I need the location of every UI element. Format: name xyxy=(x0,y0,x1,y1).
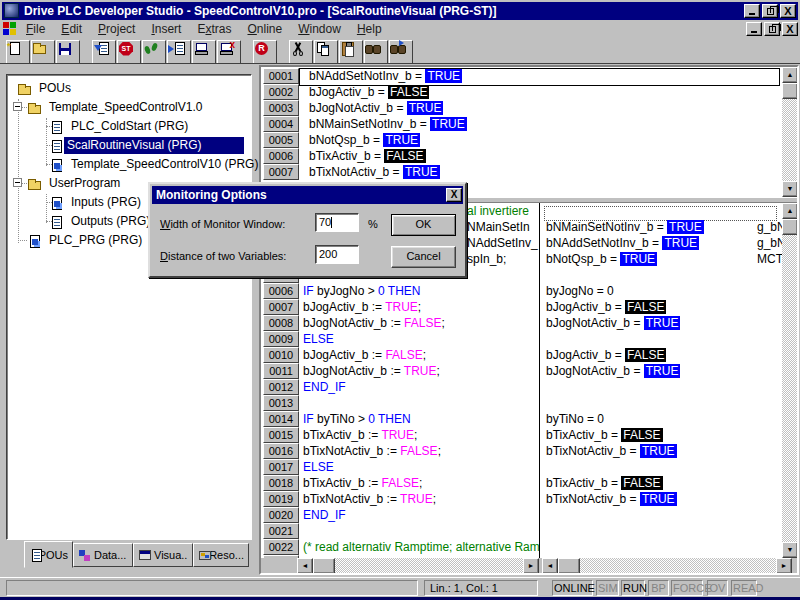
login-plc-button[interactable] xyxy=(192,40,216,64)
menu-online[interactable]: Online xyxy=(239,20,290,38)
code-line[interactable]: 0016bTixNotActiv_b := FALSE; xyxy=(261,443,539,459)
monitor-variable: bTixNotActiv_b = TRUE xyxy=(546,491,677,507)
paste-button[interactable] xyxy=(339,40,363,64)
tab-pous[interactable]: POUs xyxy=(24,541,73,568)
code-hscrollbar[interactable]: ◄► xyxy=(297,558,539,574)
width-input[interactable]: 70 xyxy=(315,213,359,232)
tree-item-pous[interactable]: POUs xyxy=(7,79,247,98)
code-line[interactable]: 0011bJogNotActiv_b := TRUE; xyxy=(261,363,539,379)
scroll-right-icon[interactable]: ► xyxy=(776,558,792,574)
tree-item-scalroutinevisual-prg[interactable]: ScalRoutineVisual (PRG) xyxy=(7,136,247,155)
menu-file[interactable]: File xyxy=(18,20,53,38)
scroll-thumb[interactable] xyxy=(558,558,580,574)
value-true: TRUE xyxy=(640,492,677,506)
declaration-row[interactable]: 0002bJogActiv_b = FALSE xyxy=(261,84,782,100)
collapse-icon[interactable] xyxy=(13,102,22,111)
menu-extras[interactable]: Extras xyxy=(189,20,239,38)
code-line[interactable]: 0021 xyxy=(261,523,539,539)
distance-input[interactable]: 200 xyxy=(315,245,359,264)
tab-visua[interactable]: Visua.. xyxy=(133,543,193,567)
scroll-up-icon[interactable]: ▲ xyxy=(782,203,798,219)
code-line[interactable]: 0009ELSE xyxy=(261,331,539,347)
find-next-button[interactable] xyxy=(389,40,413,64)
declaration-row[interactable]: 0006bTixActiv_b = FALSE xyxy=(261,148,782,164)
cut-button[interactable] xyxy=(289,40,313,64)
tree-item-template-speedcontrolv10-prg[interactable]: Template_SpeedControlV10 (PRG) xyxy=(7,155,247,174)
declaration-vscrollbar[interactable]: ▲▼ xyxy=(782,67,798,197)
declaration-pane[interactable]: 0001bNAddSetNotInv_b = TRUE0002bJogActiv… xyxy=(261,67,782,197)
ok-button[interactable]: OK xyxy=(391,214,456,236)
monitor-variable: byJogNo = 0 xyxy=(546,283,614,299)
open-file-button[interactable] xyxy=(31,40,55,64)
code-text: bTixNotActiv_b := FALSE; xyxy=(303,443,441,459)
scroll-down-icon[interactable]: ▼ xyxy=(782,542,798,558)
code-line[interactable]: 0008bJogNotActiv_b := FALSE; xyxy=(261,315,539,331)
monitor-hscrollbar[interactable]: ◄► xyxy=(542,558,792,574)
monitor-pane[interactable]: bNMainSetNotInv_b = TRUEg_bNbNAddSetNotI… xyxy=(539,203,782,558)
code-line[interactable]: 0014IF byTiNo > 0 THEN xyxy=(261,411,539,427)
scroll-thumb[interactable] xyxy=(313,558,335,574)
code-line[interactable]: 0020END_IF xyxy=(261,507,539,523)
collapse-icon[interactable] xyxy=(13,178,22,187)
cancel-button[interactable]: Cancel xyxy=(391,246,456,268)
register-run-button[interactable]: R xyxy=(253,40,277,64)
document-flag-icon[interactable] xyxy=(2,21,18,37)
mdi-minimize-icon[interactable] xyxy=(746,22,762,36)
insert-module-button[interactable] xyxy=(167,40,191,64)
code-line[interactable]: 0013 xyxy=(261,395,539,411)
code-line[interactable]: 0012END_IF xyxy=(261,379,539,395)
menu-insert[interactable]: Insert xyxy=(143,20,189,38)
line-number: 0004 xyxy=(263,116,299,132)
declaration-row[interactable]: 0001bNAddSetNotInv_b = TRUE xyxy=(261,68,782,84)
scroll-thumb[interactable] xyxy=(782,83,798,99)
menu-help[interactable]: Help xyxy=(349,20,390,38)
code-vscrollbar[interactable]: ▲▼ xyxy=(782,203,798,558)
code-line[interactable]: 0019bTixNotActiv_b := TRUE; xyxy=(261,491,539,507)
line-number: 0012 xyxy=(263,379,299,395)
scroll-left-icon[interactable]: ◄ xyxy=(297,558,313,574)
tab-reso[interactable]: Reso... xyxy=(193,543,249,567)
declaration-row[interactable]: 0007bTixNotActiv_b = TRUE xyxy=(261,164,782,180)
code-line[interactable]: 0010bJogActiv_b := FALSE; xyxy=(261,347,539,363)
logout-plc-button[interactable]: x xyxy=(217,40,241,64)
scroll-left-icon[interactable]: ◄ xyxy=(542,558,558,574)
menu-window[interactable]: Window xyxy=(290,20,349,38)
folder-icon xyxy=(27,177,41,191)
copy-button[interactable] xyxy=(314,40,338,64)
download-plc-icon xyxy=(93,41,109,57)
download-plc-button[interactable] xyxy=(92,40,116,64)
restore-icon[interactable] xyxy=(762,4,778,18)
stop-st-button[interactable]: ST xyxy=(117,40,141,64)
menu-project[interactable]: Project xyxy=(90,20,143,38)
mdi-close-icon[interactable]: X xyxy=(782,22,798,36)
code-line[interactable]: 0017ELSE xyxy=(261,459,539,475)
monitor-variable: bJogActiv_b = FALSE xyxy=(546,347,666,363)
new-file-button[interactable]: * xyxy=(6,40,30,64)
dialog-close-icon[interactable]: X xyxy=(446,188,462,202)
code-line[interactable]: 0018bTixActiv_b := FALSE; xyxy=(261,475,539,491)
declaration-row[interactable]: 0003bJogNotActiv_b = TRUE xyxy=(261,100,782,116)
code-line[interactable]: 0015bTixActiv_b := TRUE; xyxy=(261,427,539,443)
minimize-icon[interactable] xyxy=(744,4,760,18)
find-button[interactable] xyxy=(364,40,388,64)
scroll-up-icon[interactable]: ▲ xyxy=(782,67,798,83)
step-trace-button[interactable] xyxy=(142,40,166,64)
scroll-thumb[interactable] xyxy=(782,219,798,235)
tree-item-plc-coldstart-prg[interactable]: PLC_ColdStart (PRG) xyxy=(7,117,247,136)
menu-edit[interactable]: Edit xyxy=(53,20,90,38)
tree-item-template-speedcontrolv1-0[interactable]: Template_SpeedControlV1.0 xyxy=(7,98,247,117)
tab-data[interactable]: Data... xyxy=(73,543,133,567)
code-line[interactable]: 0006IF byJogNo > 0 THEN xyxy=(261,283,539,299)
close-icon[interactable]: X xyxy=(780,4,796,18)
declaration-row[interactable]: 0005bNotQsp_b = TRUE xyxy=(261,132,782,148)
code-line[interactable]: 0007bJogActiv_b := TRUE; xyxy=(261,299,539,315)
save-button[interactable] xyxy=(56,40,80,64)
dialog-title: Monitoring Options xyxy=(156,188,267,202)
project-tree[interactable]: POUsTemplate_SpeedControlV1.0PLC_ColdSta… xyxy=(6,74,252,540)
code-line[interactable]: 0022(* read alternativ Ramptime; alterna… xyxy=(261,539,539,555)
mdi-restore-icon[interactable] xyxy=(764,22,780,36)
scroll-down-icon[interactable]: ▼ xyxy=(782,181,798,197)
monitor-row xyxy=(540,267,782,283)
declaration-row[interactable]: 0004bNMainSetNotInv_b = TRUE xyxy=(261,116,782,132)
scroll-right-icon[interactable]: ► xyxy=(523,558,539,574)
